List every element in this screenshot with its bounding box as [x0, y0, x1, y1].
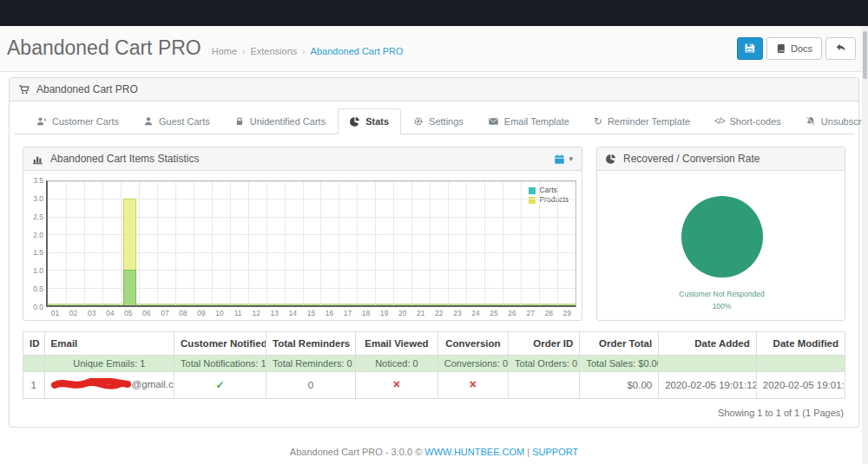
pagination-status: Showing 1 to 1 of 1 (1 Pages): [24, 408, 844, 418]
summary-row: Unique Emails: 1Total Notifications: 1To…: [23, 356, 845, 372]
column-header-email: Email: [44, 332, 174, 356]
gridline-vertical: [339, 181, 339, 305]
tab-unsubscribers[interactable]: Unsubscribers: [793, 108, 868, 134]
cross-icon: ×: [470, 377, 477, 391]
x-axis-label: 17: [339, 309, 357, 317]
tab-reminder-template[interactable]: ↻Reminder Template: [582, 108, 702, 134]
gridline-vertical: [375, 181, 376, 305]
breadcrumb: Home›Extensions›Abandoned Cart PRO: [212, 46, 404, 56]
pie-label: Customer Not Responded 100%: [604, 289, 839, 312]
scrollbar-thumb[interactable]: [863, 31, 867, 79]
docs-button[interactable]: Docs: [766, 37, 822, 60]
legend-entry: Products: [529, 195, 569, 205]
gears-icon: [413, 116, 424, 127]
column-header-customer-notified: Customer Notified: [174, 332, 266, 356]
gridline-vertical: [266, 181, 267, 305]
footer-link-support[interactable]: SUPPORT: [532, 447, 578, 457]
tab-settings[interactable]: Settings: [401, 108, 476, 134]
breadcrumb-link-abandoned-cart-pro[interactable]: Abandoned Cart PRO: [311, 46, 404, 56]
summary-cell: Total Orders: 0: [509, 356, 580, 372]
x-axis-label: 27: [522, 309, 540, 317]
pie-chart-icon: [350, 116, 360, 127]
x-axis-label: 13: [266, 309, 284, 317]
gridline-vertical: [430, 181, 431, 305]
main-panel: Abandoned Cart PRO Customer CartsGuest C…: [9, 77, 859, 428]
pie-slice-label: Customer Not Responded: [604, 289, 839, 301]
x-axis-labels: 0102030405060708091011121314151617181920…: [46, 307, 576, 317]
column-header-conversion: Conversion: [437, 332, 508, 356]
column-header-order-total: Order Total: [580, 332, 659, 356]
cell-date-modified: 2020-02-05 19:01:12: [756, 372, 845, 399]
y-axis-label: 0.0: [29, 303, 43, 311]
legend-label: Carts: [539, 186, 556, 195]
column-header-date-added: Date Added: [659, 332, 757, 356]
stats-panel: Abandoned Cart Items Statistics ▾ CartsP…: [23, 147, 582, 321]
x-axis-label: 18: [357, 309, 375, 317]
gridline-vertical: [484, 181, 485, 305]
tab-label: Short-codes: [730, 116, 781, 127]
x-axis-label: 01: [46, 309, 64, 317]
gridline-vertical: [503, 181, 503, 305]
bar-chart-area: CartsProducts 0.00.51.01.52.02.53.03.5 0…: [23, 171, 582, 320]
tab-customer-carts[interactable]: Customer Carts: [24, 108, 131, 134]
scrollbar-track[interactable]: [862, 26, 868, 464]
conversion-panel: Recovered / Conversion Rate Customer Not…: [596, 147, 845, 321]
docs-book-icon: [776, 43, 786, 54]
conversion-panel-heading: Recovered / Conversion Rate: [597, 147, 845, 171]
column-header-email-viewed: Email Viewed: [356, 332, 438, 356]
tab-unidentified-carts[interactable]: Unidentified Carts: [222, 108, 338, 134]
y-axis-label: 1.0: [29, 266, 43, 275]
breadcrumb-link-extensions[interactable]: Extensions: [250, 46, 297, 56]
x-axis-label: 02: [64, 309, 82, 317]
gridline-vertical: [521, 181, 522, 305]
x-axis-label: 26: [503, 309, 522, 317]
back-button[interactable]: [825, 37, 856, 60]
pie-slice-percent: 100%: [604, 301, 839, 313]
tab-label: Guest Carts: [159, 116, 210, 127]
gridline-vertical: [357, 181, 358, 305]
save-button[interactable]: [737, 37, 763, 60]
envelope-icon: [488, 116, 499, 127]
check-icon: ✓: [216, 379, 225, 391]
tab-short-codes[interactable]: </>Short-codes: [702, 108, 793, 134]
legend-entry: Carts: [529, 186, 569, 195]
gridline-vertical: [212, 181, 213, 305]
table-header-row: IDEmailCustomer NotifiedTotal RemindersE…: [23, 332, 845, 356]
tab-guest-carts[interactable]: Guest Carts: [131, 108, 222, 134]
date-range-dropdown[interactable]: ▾: [554, 154, 573, 165]
x-axis-label: 20: [393, 309, 411, 317]
gridline-vertical: [139, 181, 140, 305]
cell-email: @gmail.com: [44, 372, 174, 399]
lock-icon: [234, 116, 245, 127]
column-header-date-modified: Date Modified: [756, 332, 845, 356]
docs-button-label: Docs: [791, 43, 812, 54]
user-icon: [143, 116, 154, 127]
gridline-vertical: [157, 181, 158, 305]
gridline-horizontal: [48, 181, 575, 182]
tab-email-template[interactable]: Email Template: [476, 108, 582, 134]
x-axis-label: 04: [101, 309, 119, 317]
tab-bar: Customer CartsGuest CartsUnidentified Ca…: [14, 108, 854, 134]
breadcrumb-link-home[interactable]: Home: [212, 46, 237, 56]
footer-link-huntbee[interactable]: WWW.HUNTBEE.COM: [424, 447, 524, 457]
x-axis-label: 05: [119, 309, 137, 317]
y-axis-label: 3.5: [29, 176, 43, 185]
gridline-vertical: [320, 181, 321, 305]
cell-order-id: [509, 372, 580, 399]
summary-cell: Total Sales: $0.00: [580, 356, 659, 372]
y-axis-label: 1.5: [29, 248, 43, 257]
main-panel-body: Customer CartsGuest CartsUnidentified Ca…: [10, 101, 858, 427]
gridline-vertical: [393, 181, 394, 305]
summary-cell: Conversions: 0 (0%): [437, 356, 508, 372]
tab-label: Customer Carts: [52, 116, 119, 127]
main-panel-title: Abandoned Cart PRO: [36, 83, 138, 95]
cart-icon: [18, 84, 30, 95]
x-axis-label: 10: [211, 309, 229, 317]
gridline-vertical: [539, 181, 540, 305]
x-axis-label: 23: [448, 309, 466, 317]
code-icon: </>: [714, 117, 724, 126]
tab-stats[interactable]: Stats: [338, 108, 401, 134]
x-axis-label: 22: [430, 309, 448, 317]
gridline-vertical: [248, 181, 249, 305]
caret-down-icon: ▾: [569, 154, 573, 163]
